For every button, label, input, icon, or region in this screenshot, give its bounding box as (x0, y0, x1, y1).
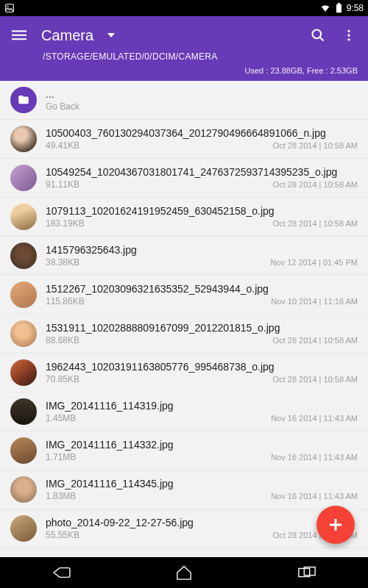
file-date: Nov 16 2014 | 11:43 AM (271, 453, 358, 462)
svg-point-11 (347, 38, 350, 40)
svg-rect-6 (12, 38, 26, 40)
file-date: Nov 10 2014 | 11:16 AM (271, 297, 358, 306)
back-button[interactable] (39, 562, 83, 584)
storage-info: Used : 23.88GB, Free : 2.53GB (10, 66, 358, 75)
file-row[interactable]: 1962443_10203191163805776_995468738_o.jp… (0, 354, 368, 392)
svg-line-8 (320, 37, 324, 41)
svg-point-1 (7, 6, 9, 7)
file-row[interactable]: photo_2014-09-22_12-27-56.jpg55.55KBOct … (0, 509, 368, 548)
file-row[interactable]: IMG_20141116_114345.jpg1.83MBNov 16 2014… (0, 470, 368, 509)
go-back-dots: ... (46, 88, 358, 100)
svg-rect-2 (336, 4, 342, 12)
file-name: 1962443_10203191163805776_995468738_o.jp… (46, 361, 358, 373)
menu-button[interactable] (10, 26, 28, 44)
file-date: Nov 12 2014 | 01:45 PM (271, 258, 358, 267)
file-row[interactable]: IMG_20141116_114332.jpg1.71MBNov 16 2014… (0, 431, 368, 470)
folder-icon (10, 87, 37, 113)
file-name: 10500403_760130294037364_201279049666489… (46, 127, 358, 139)
file-date: Oct 28 2014 | 10:58 AM (273, 141, 358, 150)
file-row[interactable]: 1415796325643.jpg38.38KBNov 12 2014 | 01… (0, 237, 368, 276)
file-thumbnail (10, 515, 37, 542)
file-list: ... Go Back 10500403_760130294037364_201… (0, 81, 368, 557)
go-back-label: Go Back (46, 101, 79, 112)
file-size: 49.41KB (46, 140, 79, 151)
svg-rect-13 (330, 524, 342, 526)
file-thumbnail (10, 165, 37, 191)
file-size: 115.86KB (46, 296, 85, 306)
file-date: Oct 28 2014 | 10:58 AM (273, 336, 358, 345)
svg-rect-4 (12, 30, 26, 32)
status-bar: 9:58 (0, 0, 368, 16)
file-size: 1.71MB (46, 452, 76, 462)
file-name: IMG_20141116_114345.jpg (46, 478, 358, 490)
file-date: Oct 28 2014 | 10:58 AM (273, 375, 358, 384)
file-thumbnail (10, 359, 37, 386)
file-thumbnail (10, 204, 37, 230)
svg-point-10 (347, 34, 350, 36)
search-button[interactable] (309, 26, 327, 44)
breadcrumb-path: /STORAGE/EMULATED/0/DCIM/CAMERA (43, 51, 358, 62)
file-size: 91.11KB (46, 179, 79, 190)
file-row[interactable]: 10549254_10204367031801741_2476372593714… (0, 159, 368, 198)
file-row[interactable]: IMG_20141116_114319.jpg1.45MBNov 16 2014… (0, 392, 368, 431)
file-name: photo_2014-09-22_12-27-56.jpg (46, 517, 358, 528)
file-thumbnail (10, 126, 37, 152)
file-name: IMG_20141116_114319.jpg (46, 400, 358, 412)
home-button[interactable] (162, 562, 206, 584)
file-size: 38.38KB (46, 257, 79, 268)
file-name: IMG_20141116_114332.jpg (46, 439, 358, 451)
svg-rect-5 (12, 35, 26, 36)
image-icon (4, 3, 15, 13)
file-date: Nov 16 2014 | 11:43 AM (271, 492, 358, 501)
file-row[interactable]: 1079113_10201624191952459_630452158_o.jp… (0, 198, 368, 237)
file-thumbnail (10, 320, 37, 347)
file-name: 1415796325643.jpg (46, 244, 358, 256)
file-thumbnail (10, 398, 37, 425)
file-date: Oct 28 2014 | 10:58 AM (273, 219, 358, 228)
file-date: Nov 16 2014 | 11:43 AM (271, 414, 358, 423)
file-size: 1.83MB (46, 491, 76, 501)
file-date: Oct 28 2014 | 10:58 AM (273, 180, 358, 189)
file-row[interactable]: 1512267_10203096321635352_52943944_o.jpg… (0, 276, 368, 315)
app-bar: Camera /STORAGE/EMULATED/0/DCIM/CAMERA U… (0, 16, 368, 81)
file-thumbnail (10, 437, 37, 464)
file-thumbnail (10, 243, 37, 269)
file-row[interactable]: 10500403_760130294037364_201279049666489… (0, 120, 368, 159)
title-dropdown[interactable] (102, 26, 120, 44)
file-thumbnail (10, 282, 37, 308)
file-name: 10549254_10204367031801741_2476372593714… (46, 166, 358, 178)
recent-apps-button[interactable] (285, 562, 329, 584)
page-title: Camera (41, 27, 93, 44)
svg-point-9 (347, 30, 350, 32)
status-time: 9:58 (347, 3, 364, 13)
svg-point-7 (313, 30, 322, 39)
file-thumbnail (10, 476, 37, 503)
file-size: 183.19KB (46, 218, 85, 229)
system-nav-bar (0, 557, 368, 588)
file-size: 88.68KB (46, 335, 79, 345)
svg-rect-0 (6, 4, 14, 12)
overflow-menu-button[interactable] (340, 26, 358, 44)
file-size: 55.55KB (46, 530, 79, 540)
go-back-row[interactable]: ... Go Back (0, 81, 368, 120)
file-size: 70.85KB (46, 374, 79, 384)
file-size: 1.45MB (46, 413, 76, 423)
add-fab[interactable] (316, 506, 355, 544)
file-row[interactable]: 1531911_10202888809167099_2012201815_o.j… (0, 315, 368, 354)
file-name: 1512267_10203096321635352_52943944_o.jpg (46, 283, 358, 295)
file-name: 1079113_10201624191952459_630452158_o.jp… (46, 205, 358, 217)
svg-rect-3 (337, 3, 340, 4)
battery-icon (336, 3, 342, 13)
file-name: 1531911_10202888809167099_2012201815_o.j… (46, 322, 358, 334)
wifi-icon (319, 3, 331, 13)
